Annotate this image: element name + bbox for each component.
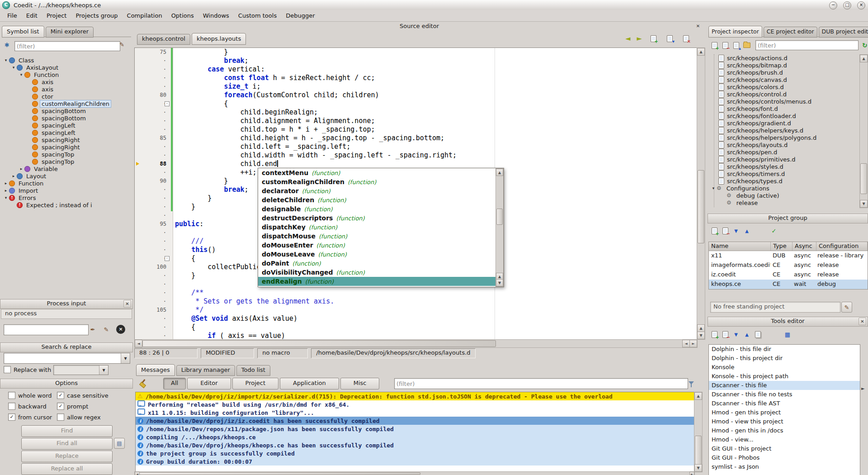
gutter-cell[interactable]: · bbox=[135, 211, 173, 220]
scroll-down-icon[interactable]: ▼ bbox=[860, 200, 868, 208]
message-row[interactable]: Performing "release" build using /usr/bi… bbox=[136, 400, 694, 408]
symbol-tree-item[interactable]: ▾Function bbox=[0, 71, 133, 78]
add-tool-button[interactable]: + bbox=[709, 329, 719, 339]
project-file-item[interactable]: src/kheops/colors.d bbox=[708, 83, 859, 90]
gutter-cell[interactable]: 88 bbox=[135, 160, 173, 168]
message-row[interactable]: Group build duration: 00:00:07 bbox=[136, 457, 694, 466]
fold-icon[interactable]: - bbox=[165, 256, 170, 261]
scroll-down-icon[interactable]: ▼ bbox=[697, 332, 705, 339]
tab-ce-project-editor[interactable]: CE project editor bbox=[764, 27, 817, 38]
scroll-left-icon[interactable]: ◄ bbox=[682, 340, 690, 347]
completion-item[interactable]: doVisibilityChanged(function) bbox=[258, 268, 496, 277]
code-line[interactable]: · child.beginRealign; bbox=[135, 108, 697, 117]
menu-projects-group[interactable]: Projects group bbox=[71, 11, 122, 20]
remove-source-button[interactable]: − bbox=[720, 40, 730, 50]
column-header[interactable]: Name bbox=[709, 242, 771, 251]
gutter-cell[interactable]: · bbox=[135, 314, 173, 323]
completion-scrollbar[interactable]: ▲ ▲ ▼ bbox=[495, 168, 504, 287]
tab-messages[interactable]: Messages bbox=[136, 364, 175, 376]
symbol-tree-item[interactable]: spacingBottom bbox=[0, 107, 133, 114]
gutter-cell[interactable]: · bbox=[135, 289, 173, 297]
completion-item[interactable]: dispatchMouse(function) bbox=[258, 232, 496, 241]
symbol-tree-item[interactable]: spacingTop bbox=[0, 151, 133, 158]
code-line[interactable]: · @Set void axis(Axis value) bbox=[135, 314, 697, 323]
checkbox[interactable] bbox=[8, 392, 15, 399]
configuration-item[interactable]: ⚙release bbox=[708, 199, 859, 206]
gutter-cell[interactable]: 90 bbox=[135, 177, 173, 185]
refresh-icon[interactable]: ↻ bbox=[862, 42, 868, 49]
find-button[interactable]: Find bbox=[21, 425, 113, 437]
symbol-tree-item[interactable]: ▾!Errors bbox=[0, 194, 133, 201]
replace-with-checkbox[interactable] bbox=[4, 366, 11, 373]
run-tool-button[interactable]: ▦ bbox=[783, 329, 793, 339]
symbol-tree-item[interactable]: ▸Layout bbox=[0, 172, 133, 180]
project-file-item[interactable]: src/kheops/actions.d bbox=[708, 54, 859, 62]
project-file-item[interactable]: src/kheops/canvas.d bbox=[708, 76, 859, 83]
tool-item[interactable]: Hmod - view... bbox=[709, 435, 860, 444]
gutter-cell[interactable]: · bbox=[135, 271, 173, 280]
menu-options[interactable]: Options bbox=[167, 11, 198, 20]
tool-item[interactable]: Konsole - this project path bbox=[709, 372, 860, 381]
completion-item[interactable]: designable(function) bbox=[258, 204, 496, 214]
open-folder-button[interactable] bbox=[742, 40, 752, 50]
code-line[interactable]: · case vertical: bbox=[135, 65, 697, 74]
scroll-right-icon[interactable]: ► bbox=[861, 386, 865, 391]
tool-item[interactable]: Dscanner - this file no tests bbox=[709, 390, 860, 399]
close-icon[interactable]: ✕ bbox=[123, 300, 131, 308]
configuration-item[interactable]: ⚙debug (active) bbox=[708, 192, 859, 199]
column-header[interactable]: Type bbox=[771, 242, 793, 251]
replace-term-combo[interactable]: ▼ bbox=[53, 365, 108, 375]
project-file-item[interactable]: src/kheops/timers.d bbox=[708, 170, 859, 177]
gutter-cell[interactable]: · bbox=[135, 228, 173, 237]
fold-icon[interactable]: - bbox=[165, 101, 170, 106]
expander-icon[interactable]: ▾ bbox=[18, 72, 24, 77]
gutter-cell[interactable]: 95 bbox=[135, 220, 173, 228]
symbol-tree-item[interactable]: ▾Class bbox=[0, 57, 133, 64]
expander-icon[interactable]: ▾ bbox=[3, 195, 9, 200]
expander-icon[interactable]: ▸ bbox=[3, 188, 9, 193]
expander-icon[interactable]: ▾ bbox=[3, 58, 9, 62]
chevron-down-icon[interactable]: ▼ bbox=[121, 353, 130, 363]
code-line[interactable]: · break; bbox=[135, 57, 697, 65]
symbol-tree-item[interactable]: ▾AxisLayout bbox=[0, 64, 133, 71]
tool-item[interactable]: Dscanner - this file bbox=[709, 381, 860, 390]
tool-item[interactable]: Hmod - gen this project bbox=[709, 408, 860, 417]
filter-editor[interactable]: Editor bbox=[187, 378, 231, 390]
tab-todo-list[interactable]: Todo list bbox=[236, 365, 270, 376]
scroll-up-icon[interactable]: ▲ bbox=[694, 392, 702, 400]
code-line[interactable]: · const float h = sizeRect.height / cc; bbox=[135, 74, 697, 82]
menu-project[interactable]: Project bbox=[42, 11, 71, 20]
column-header[interactable]: Configuration bbox=[816, 242, 868, 251]
project-file-item[interactable]: src/kheops/helpers/keys.d bbox=[708, 127, 859, 134]
editor-hscrollbar[interactable]: ◄ ◄ ► bbox=[134, 339, 698, 348]
add-source-button[interactable]: + bbox=[709, 40, 719, 50]
go-back-icon[interactable]: ◄ bbox=[625, 34, 631, 43]
column-header[interactable]: Async bbox=[793, 242, 816, 251]
project-file-item[interactable]: src/kheops/types.d bbox=[708, 177, 859, 185]
symbol-tree-item[interactable]: ctor bbox=[0, 93, 133, 100]
tool-item[interactable]: Hmod - view this project bbox=[709, 417, 860, 426]
completion-item[interactable]: customRealignChildren(function) bbox=[258, 177, 496, 186]
code-line[interactable]: 105 */ bbox=[135, 306, 697, 314]
filter-project[interactable]: Project bbox=[232, 378, 278, 390]
code-line[interactable]: 75 } bbox=[135, 48, 697, 57]
close-icon[interactable]: ✕ bbox=[859, 318, 866, 325]
code-line[interactable]: · child.width = width - _spacing.left - … bbox=[135, 151, 697, 160]
tool-item[interactable]: Dolphin - this file dir bbox=[709, 345, 860, 354]
expander-icon[interactable]: ▾ bbox=[10, 65, 17, 70]
scroll-thumb[interactable] bbox=[142, 340, 496, 347]
process-kill-button[interactable]: × bbox=[116, 324, 126, 334]
move-project-up-button[interactable]: ▲ bbox=[742, 226, 752, 236]
maximize-button[interactable]: □ bbox=[843, 1, 851, 10]
gutter-cell[interactable]: · bbox=[135, 237, 173, 246]
completion-item[interactable]: endRealign(function) bbox=[258, 277, 496, 286]
scroll-down-icon[interactable]: ▼ bbox=[694, 464, 702, 472]
editor-vscrollbar[interactable]: ▲ ▲ ▼ bbox=[697, 48, 705, 340]
symbol-filter-input[interactable] bbox=[14, 41, 120, 51]
project-row[interactable]: imageformats.coeditCEasyncrelease bbox=[709, 261, 868, 270]
update-sources-button[interactable]: ▴ bbox=[731, 40, 741, 50]
code-line[interactable]: · /** bbox=[135, 289, 697, 297]
code-line[interactable]: · child.top = h * i + _spacing.top; bbox=[135, 125, 697, 134]
symbol-tree-item[interactable]: spacingRight bbox=[0, 143, 133, 151]
process-input-field[interactable] bbox=[4, 324, 89, 335]
